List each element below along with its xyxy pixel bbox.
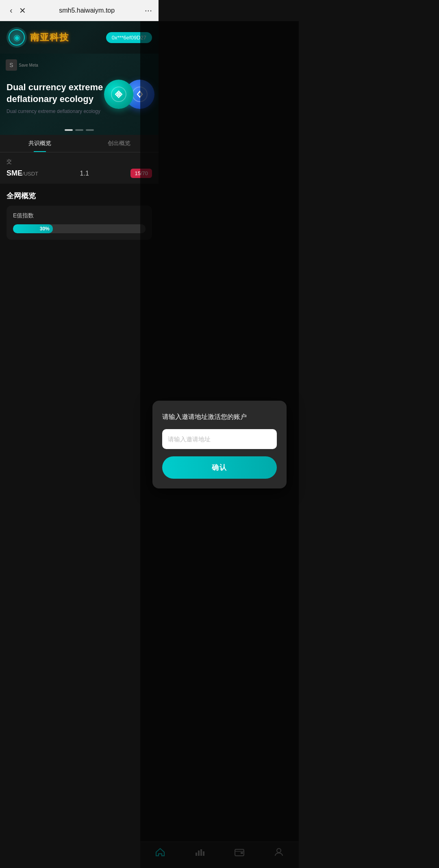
bottom-spacer (0, 245, 159, 277)
modal-overlay: 请输入邀请地址激活您的账户 确认 (140, 21, 159, 330)
e-index-label: E值指数 (13, 212, 146, 219)
trading-section: 交 SME/USDT 1.1 15/70 (0, 152, 159, 184)
close-button[interactable]: ✕ (16, 4, 29, 17)
hero-text: Dual currency extreme deflationary ecolo… (7, 69, 152, 115)
trading-pair-name: SME (7, 169, 22, 177)
brand-title: 南亚科技 (30, 31, 69, 43)
overview-title: 全网概览 (7, 191, 152, 201)
dot-2 (75, 129, 83, 131)
tab-section: 共识概览 创出概览 (0, 135, 159, 152)
save-meta-icon: S (6, 59, 17, 71)
trading-label: 交 (7, 158, 152, 165)
progress-text: 30% (40, 226, 50, 232)
save-meta-label: Save Meta (19, 63, 38, 67)
save-meta-logo: S Save Meta (6, 59, 38, 71)
logo-area: 南亚科技 (7, 27, 69, 48)
trading-price: 1.1 (80, 170, 89, 177)
header-banner: 南亚科技 0x***6ef09D27 (0, 21, 159, 54)
trading-pair: SME/USDT (7, 169, 38, 178)
hero-title: Dual currency extreme deflationary ecolo… (7, 82, 152, 105)
dot-3 (86, 129, 94, 131)
more-button[interactable]: ··· (145, 5, 152, 16)
overview-card: E值指数 30% (7, 206, 152, 240)
back-button[interactable]: ‹ (7, 4, 16, 17)
hero-dots (65, 129, 94, 131)
progress-bar-fill: 30% (13, 224, 53, 233)
url-bar: smh5.haiwaiym.top (29, 7, 145, 14)
dot-1 (65, 129, 73, 131)
trading-unit: /USDT (22, 171, 38, 177)
hero-subtitle: Dual currency extreme deflationary ecolo… (7, 108, 152, 115)
tab-consensus[interactable]: 共识概览 (0, 135, 79, 152)
hero-section: S Save Meta Dual currency extreme deflat… (0, 54, 159, 135)
progress-bar-container: 30% (13, 224, 146, 233)
overview-section: 全网概览 E值指数 30% (0, 184, 159, 245)
brand-logo-icon (7, 27, 27, 48)
brand-name-text: 南亚科技 (30, 31, 69, 43)
trading-row: SME/USDT 1.1 15/70 (7, 169, 152, 178)
browser-bar: ‹ ✕ smh5.haiwaiym.top ··· (0, 0, 159, 21)
page-content: 南亚科技 0x***6ef09D27 S Save Meta Dual curr… (0, 21, 159, 277)
